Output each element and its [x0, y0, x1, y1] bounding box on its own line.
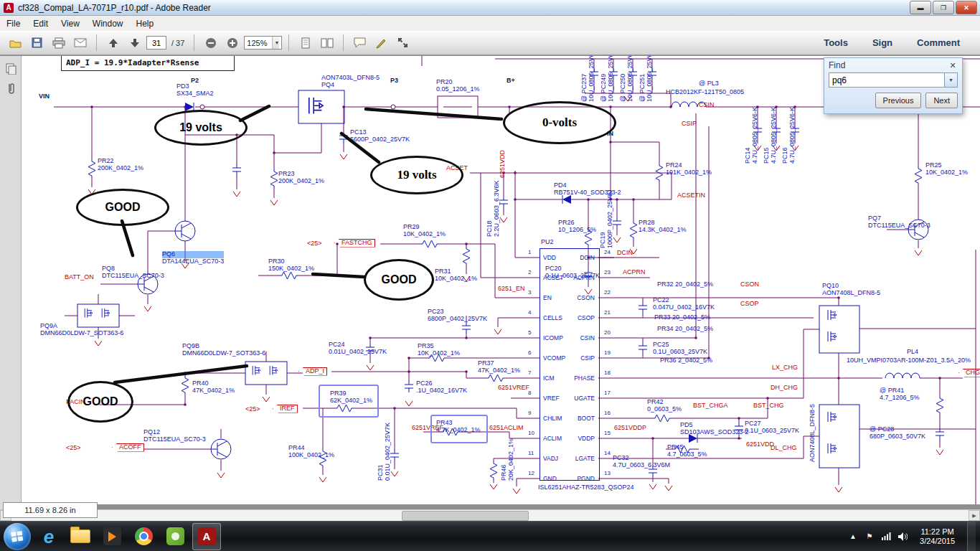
- scroll-right-arrow[interactable]: ▶: [969, 510, 980, 521]
- schematic-label: HCB2012KF-121T50_0805: [666, 89, 744, 96]
- schematic-label: PQ9BDMN66D0LDW-7_SOT363-6: [182, 343, 265, 357]
- find-next-button[interactable]: Next: [925, 93, 958, 108]
- comment-bubble-icon[interactable]: [350, 34, 369, 52]
- toolbar-sign-button[interactable]: Sign: [872, 37, 892, 48]
- sign-pen-icon[interactable]: [372, 34, 391, 52]
- ic-ref: PU2: [541, 239, 554, 246]
- media-player-icon[interactable]: [98, 523, 126, 550]
- page-number-input[interactable]: [146, 36, 166, 50]
- schematic-label: PR36 2_0402_5%: [660, 357, 712, 364]
- adobe-reader-icon[interactable]: A: [192, 523, 221, 550]
- save-icon[interactable]: [27, 34, 47, 52]
- schematic-label: DH_CHG: [771, 385, 798, 392]
- schematic-label: PC324.7U_0603_6.3V6M: [613, 455, 670, 468]
- bluestacks-icon[interactable]: [161, 523, 189, 550]
- previous-page-icon[interactable]: [103, 34, 123, 52]
- taskbar: eA ▲ ⚑ 11:22 PM 3/24/2015: [0, 521, 980, 551]
- schematic-label: PR3110K_0402_1%: [435, 268, 477, 282]
- zoom-dropdown-arrow: ▼: [272, 37, 280, 49]
- schematic-label: PR22200K_0402_1%: [98, 158, 143, 171]
- toolbar-tools-button[interactable]: Tools: [824, 37, 848, 48]
- schematic-label: PC154.7U_0805_25V6-K: [763, 107, 777, 164]
- two-page-view-icon[interactable]: [317, 34, 336, 52]
- schematic-label: @ PL3: [699, 80, 719, 88]
- page-thumbnails-icon[interactable]: [4, 62, 18, 76]
- ic-part-number: ISL6251AHAZ-TR5283_QSOP24: [538, 484, 634, 491]
- start-button[interactable]: [4, 523, 31, 550]
- schematic-label: PR2610_1206_5%: [558, 220, 596, 233]
- schematic-label: @ PR414.7_1206_5%: [880, 387, 920, 401]
- ic-pin-number: 20: [604, 330, 611, 336]
- scrollbar-thumb[interactable]: [402, 511, 529, 521]
- document-area: ADP_I = 19.9*Iadapter*Rsense VINP2PD3SX3…: [0, 56, 980, 521]
- schematic-label: 6251VDD: [499, 150, 507, 178]
- zoom-level-value: 125%: [247, 39, 267, 47]
- menu-file[interactable]: File: [0, 17, 27, 31]
- schematic-label: PC236800P_0402_25V7K: [428, 309, 487, 322]
- schematic-label: PQ10AON7408L_DFN8-5: [822, 283, 880, 296]
- close-button[interactable]: ✕: [956, 1, 977, 14]
- network-icon[interactable]: [881, 532, 891, 540]
- schematic-label: PQ8DTC115EUA_SC70-3: [102, 265, 164, 279]
- windows-explorer-icon[interactable]: [66, 523, 95, 550]
- maximize-button[interactable]: ❐: [933, 1, 954, 14]
- page-dimensions-status: 11.69 x 8.26 in: [3, 502, 98, 518]
- zoom-level-select[interactable]: 125% ▼: [244, 36, 282, 50]
- zoom-in-icon[interactable]: [222, 34, 242, 52]
- find-history-dropdown-icon[interactable]: ▼: [944, 73, 957, 87]
- find-search-input[interactable]: [829, 73, 944, 87]
- email-icon[interactable]: [70, 34, 90, 52]
- print-icon[interactable]: [49, 34, 68, 52]
- zoom-out-icon[interactable]: [201, 34, 220, 52]
- toolbar-comment-button[interactable]: Comment: [917, 37, 960, 48]
- ic-pin-acset: ACSET: [543, 275, 563, 281]
- ic-pin-number: 14: [604, 451, 611, 456]
- toolbar-separator: [343, 34, 344, 51]
- scrolling-mode-icon[interactable]: [296, 34, 315, 52]
- schematic-label: PR420_0603_5%: [647, 399, 682, 413]
- minimize-button[interactable]: ▬: [910, 1, 931, 14]
- schematic-label: PD5SD103AWS_SOD323-2: [680, 422, 748, 435]
- hidden-icons-chevron[interactable]: ▲: [848, 532, 858, 540]
- schematic-label: PR454.7_0603_5%: [667, 444, 707, 458]
- schematic-label: PC135600P_0402_25V7K: [350, 129, 410, 143]
- attachments-icon[interactable]: [4, 82, 18, 96]
- clock-time: 11:22 PM: [920, 527, 955, 537]
- ic-pin-cson: CSON: [564, 295, 595, 301]
- horizontal-scrollbar[interactable]: ◀ ▶: [0, 509, 980, 521]
- find-previous-button[interactable]: Previous: [875, 93, 922, 108]
- action-center-flag-icon[interactable]: ⚑: [864, 532, 875, 540]
- schematic-label: PC310.01U_0402_25V7K: [377, 423, 391, 481]
- net-flag-adp_i: ADP_I: [298, 367, 327, 376]
- menu-window[interactable]: Window: [86, 17, 130, 31]
- menu-view[interactable]: View: [55, 17, 86, 31]
- hand-annotation: GOOD: [76, 189, 169, 226]
- title-bar: A cf328_Compal_LA-7071P_r10.pdf - Adobe …: [0, 0, 980, 16]
- volume-icon[interactable]: [897, 532, 908, 541]
- schematic-label: VIN: [39, 93, 50, 100]
- show-desktop-button[interactable]: [967, 522, 976, 551]
- ic-pin-chlim: CHLIM: [543, 415, 562, 422]
- internet-explorer-icon[interactable]: e: [34, 523, 63, 550]
- toolbar-right: ToolsSignComment: [824, 37, 974, 48]
- next-page-icon[interactable]: [125, 34, 144, 52]
- chrome-icon[interactable]: [129, 523, 158, 550]
- ic-pin-number: 21: [604, 310, 611, 316]
- schematic-label: PR200.05_1206_1%: [436, 79, 480, 93]
- open-icon[interactable]: [6, 34, 25, 52]
- menu-help[interactable]: Help: [130, 17, 161, 31]
- ic-pin-number: 1: [528, 250, 531, 255]
- ic-pin-csop: CSOP: [564, 315, 595, 321]
- schematic-labels-layer: VINP2PD3SX34_SMA2AON7403L_DFN8-5PQ4P3PR2…: [22, 56, 980, 504]
- schematic-label: DCIN: [617, 250, 633, 257]
- taskbar-clock[interactable]: 11:22 PM 3/24/2015: [914, 527, 961, 546]
- schematic-label: AON7403L_DFN8-5PQ4: [321, 75, 380, 88]
- schematic-label: P3: [390, 77, 398, 85]
- find-close-icon[interactable]: ✕: [948, 61, 958, 70]
- window-title: cf328_Compal_LA-7071P_r10.pdf - Adobe Re…: [18, 3, 211, 13]
- menu-edit[interactable]: Edit: [27, 17, 55, 31]
- schematic-label: @ PC23710U_0805_25V6K: [581, 56, 595, 102]
- ic-pin-number: 11: [528, 451, 534, 456]
- ic-pin-number: 7: [528, 370, 531, 376]
- fullscreen-icon[interactable]: [393, 34, 413, 52]
